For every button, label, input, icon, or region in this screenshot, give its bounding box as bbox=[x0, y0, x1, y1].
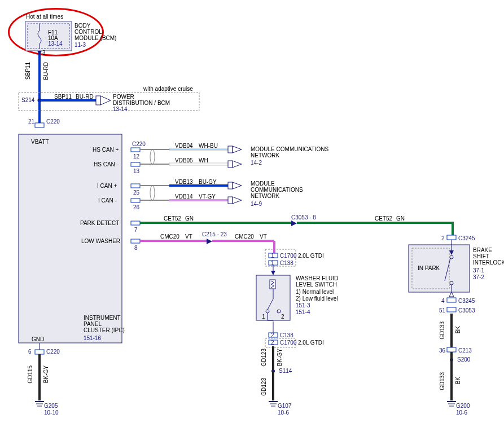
c215: C215 - 23 bbox=[202, 231, 227, 237]
gtdi-1: 2.0L GTDI bbox=[298, 253, 324, 259]
c220-label: C220 bbox=[46, 118, 60, 125]
cmc20-2: CMC20 bbox=[235, 233, 254, 240]
washer-n2: 2) Low fluid level bbox=[296, 296, 338, 302]
low-washer: LOW WASHER bbox=[81, 238, 120, 244]
c3245-2: C3245 bbox=[458, 298, 475, 304]
svg-rect-42 bbox=[131, 239, 140, 243]
svg-marker-44 bbox=[207, 239, 212, 244]
ican-m: I CAN - bbox=[98, 197, 117, 204]
washer-ref2: 151-4 bbox=[296, 309, 310, 315]
cet52-2: CET52 bbox=[375, 215, 392, 222]
vdb04-c: WH-BU bbox=[199, 143, 218, 149]
gd115: GD115 bbox=[27, 365, 33, 384]
g107: G107 bbox=[278, 403, 291, 409]
bkgy1: BK-GY bbox=[43, 365, 49, 383]
wire-burd-2: BU-RD bbox=[76, 94, 94, 100]
bkgy2: BK-GY bbox=[277, 349, 283, 366]
g200-ref: 10-6 bbox=[456, 409, 467, 416]
c138-1: C138 bbox=[280, 260, 293, 266]
cet52: CET52 bbox=[164, 215, 181, 222]
s200: S200 bbox=[457, 356, 470, 363]
svg-rect-90 bbox=[38, 354, 41, 400]
c138-2: C138 bbox=[280, 332, 293, 338]
c220-hs: C220 bbox=[132, 141, 146, 147]
sw1: 1 bbox=[262, 314, 265, 320]
svg-rect-36 bbox=[131, 221, 140, 225]
svg-rect-79 bbox=[447, 298, 456, 302]
ican-p: I CAN + bbox=[97, 183, 117, 189]
hs-pin2: 13 bbox=[133, 168, 139, 174]
cmc20-c: VT bbox=[185, 233, 192, 240]
svg-marker-51 bbox=[271, 271, 275, 275]
svg-marker-78 bbox=[449, 292, 454, 297]
hot-label: Hot at all times bbox=[26, 14, 63, 20]
svg-rect-80 bbox=[447, 307, 456, 312]
bcm-title: BODY CONTROL MODULE (BCM) bbox=[74, 23, 116, 41]
brake-ref2: 37-2 bbox=[473, 274, 484, 280]
vbatt: VBATT bbox=[31, 139, 49, 145]
fuse-ref: 13-14 bbox=[48, 41, 63, 47]
svg-marker-33 bbox=[233, 182, 242, 189]
svg-rect-84 bbox=[450, 352, 453, 400]
vdb14-c: VT-GY bbox=[199, 193, 216, 200]
c220-pin: 21 bbox=[28, 118, 34, 125]
svg-rect-13 bbox=[131, 148, 140, 152]
washer-title: WASHER FLUID LEVEL SWITCH bbox=[296, 275, 338, 288]
vdb13: VDB13 bbox=[175, 179, 193, 185]
svg-rect-46 bbox=[273, 241, 275, 253]
svg-rect-25 bbox=[131, 184, 140, 188]
vdb04: VDB04 bbox=[175, 143, 193, 149]
svg-point-29 bbox=[150, 186, 155, 200]
svg-marker-10 bbox=[100, 96, 111, 105]
bk1: BK bbox=[455, 326, 461, 333]
c220-gnd: C220 bbox=[46, 349, 60, 355]
g205: G205 bbox=[44, 403, 58, 409]
g205-ref: 10-10 bbox=[44, 409, 59, 416]
mcn2: MODULE COMMUNICATIONS NETWORK bbox=[251, 180, 303, 199]
vdb14: VDB14 bbox=[175, 193, 193, 200]
gd133-2: GD133 bbox=[439, 372, 445, 390]
c1700-2: C1700 bbox=[280, 340, 296, 346]
gd123: GD123 bbox=[261, 349, 267, 367]
svg-marker-38 bbox=[291, 221, 297, 226]
cmc20: CMC20 bbox=[160, 233, 179, 240]
pin-3: 3 bbox=[42, 50, 46, 56]
in-park: IN PARK bbox=[418, 265, 440, 271]
bk2: BK bbox=[455, 377, 461, 384]
svg-rect-11 bbox=[35, 123, 44, 127]
svg-point-17 bbox=[150, 149, 155, 164]
svg-marker-24 bbox=[233, 161, 242, 168]
svg-rect-82 bbox=[447, 347, 456, 352]
svg-rect-89 bbox=[35, 350, 44, 354]
svg-rect-45 bbox=[212, 240, 274, 242]
cet52-c2: GN bbox=[396, 215, 405, 222]
c138-1-pin: 1 bbox=[271, 260, 274, 266]
svg-rect-14 bbox=[131, 162, 140, 166]
svg-rect-34 bbox=[228, 197, 233, 204]
svg-rect-40 bbox=[452, 222, 454, 235]
brake-title: BRAKE SHIFT INTERLOCK bbox=[473, 247, 504, 266]
svg-rect-26 bbox=[131, 199, 140, 202]
s114: S114 bbox=[279, 368, 292, 374]
svg-rect-39 bbox=[297, 222, 454, 224]
c3053-2-pin: 51 bbox=[439, 307, 445, 314]
svg-rect-9 bbox=[96, 96, 100, 105]
vdb05-c: WH bbox=[199, 157, 208, 164]
svg-rect-21 bbox=[228, 146, 233, 153]
c1700-2-pin: 2 bbox=[271, 340, 274, 346]
ipc-name: INSTRUMENT PANEL CLUSTER (IPC) bbox=[84, 315, 125, 333]
c138-2-pin: 2 bbox=[271, 332, 274, 338]
c1700-1-pin: 1 bbox=[271, 253, 274, 259]
mcn1: MODULE COMMUNICATIONS NETWORK bbox=[251, 146, 328, 158]
svg-rect-64 bbox=[272, 346, 274, 371]
ipc-ref: 151-16 bbox=[84, 335, 101, 341]
power-dist-ref: 13-14 bbox=[113, 106, 128, 112]
gd133: GD133 bbox=[439, 321, 445, 340]
c3245-1: C3245 bbox=[458, 235, 475, 241]
g107-ref: 10-6 bbox=[278, 409, 289, 416]
hscan-m: HS CAN - bbox=[94, 161, 119, 168]
low-pin: 8 bbox=[134, 245, 138, 251]
gtdi-2: 2.0L GTDI bbox=[298, 340, 324, 346]
cmc20-c2: VT bbox=[260, 233, 267, 240]
svg-marker-35 bbox=[233, 197, 242, 204]
